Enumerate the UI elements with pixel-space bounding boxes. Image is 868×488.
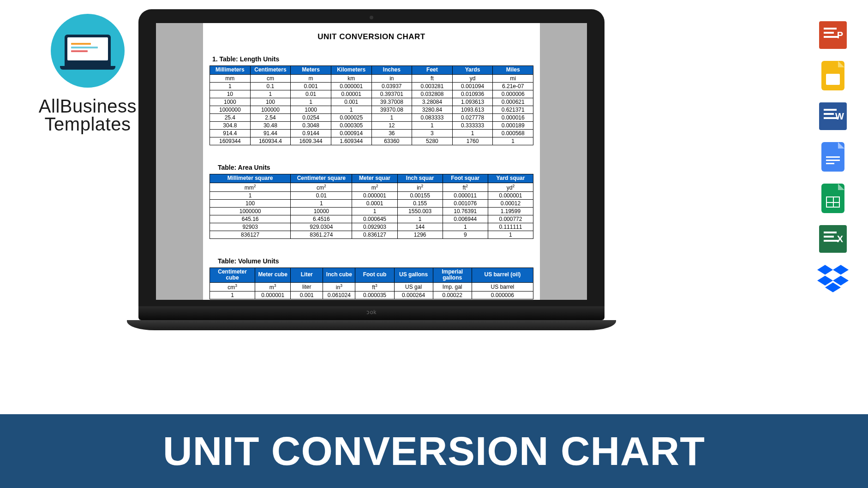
table-cell: 1.093613 [452,98,493,106]
table-row: 25.42.540.02540.00002510.0833330.0277780… [210,113,533,121]
table-unit-cell: yd [452,74,493,82]
table-cell: 0.000914 [331,129,371,137]
table-cell: 0.000011 [443,191,488,199]
table-cell: 10 [210,90,251,98]
table-cell: 0.3048 [291,121,331,129]
table-cell: 39370.08 [371,106,412,113]
table-cell: 1000000 [210,106,251,113]
table-cell: 0.000016 [493,113,533,121]
table-cell: 304.8 [210,121,251,129]
table-header: Meters [291,66,331,75]
table-unit-cell: ft3 [355,283,394,292]
table-cell: 160934.4 [250,137,291,145]
table-cell: 0.00022 [433,292,472,299]
table-cell: 100 [210,199,291,207]
table-cell: 0.061024 [323,292,355,299]
table-cell: 0.00001 [331,90,371,98]
table-cell: 1296 [397,231,443,238]
table-unit-cell: in2 [397,183,443,191]
powerpoint-icon[interactable]: P [819,21,847,49]
table-unit-cell: mm2 [210,183,291,191]
table-cell: 3.28084 [412,98,453,106]
table-unit-cell: US barrel [472,283,533,292]
table-row: 645.166.45160.00064510.0069440.000772 [210,215,533,223]
table-unit-cell: cm3 [210,283,255,292]
table-header: Yard squar [488,174,533,183]
table-header: Meter squar [352,174,397,183]
table-cell: 1000 [210,98,251,106]
table-cell: 92903 [210,223,291,231]
table-volume-units: Centimeter cubeMeter cubeLiterInch cubeF… [210,268,533,300]
table-cell: 1609.344 [291,137,331,145]
table-cell: 39.37008 [371,98,412,106]
table-header: Centimeters [250,66,291,75]
table-row: 304.830.480.30480.0003051210.3333330.000… [210,121,533,129]
table-row: 10.010.0000010.001550.0000110.000001 [210,191,533,199]
svg-marker-0 [817,265,833,274]
table-cell: 929.0304 [291,223,352,231]
table-unit-cell: yd2 [488,183,533,191]
table-cell: 0.001 [331,98,371,106]
table-cell: 0.000001 [488,191,533,199]
table-cell: 63360 [371,137,412,145]
table-cell: 36 [371,129,412,137]
google-docs-icon[interactable] [821,142,844,172]
table-cell: 0.000001 [255,292,291,299]
table-cell: 0.155 [397,199,443,207]
table-row: 10.0000010.0010.0610240.0000350.0002640.… [210,292,533,299]
table-unit-cell: mi [493,74,533,82]
table-header: Imperial gallons [433,268,472,283]
laptop-hinge: ɔok [138,306,605,320]
table-cell: 0.393701 [371,90,412,98]
table-cell: 1 [397,215,443,223]
excel-icon[interactable]: X [819,225,847,253]
table-cell: 1.19599 [488,207,533,215]
table-area-units: Millimeter squareCentimeter squareMeter … [210,174,533,239]
table-cell: 1093.613 [452,106,493,113]
table-cell: 3280.84 [412,106,453,113]
table-cell: 1.609344 [331,137,371,145]
table-unit-cell: km [331,74,371,82]
table-cell: 1000000 [210,207,291,215]
table-cell: 91.44 [250,129,291,137]
table-cell: 0.092903 [352,223,397,231]
table-cell: 1 [493,137,533,145]
table-header: Centimeter square [291,174,352,183]
table-header: Miles [493,66,533,75]
table-cell: 0.03937 [371,82,412,90]
table-cell: 1550.003 [397,207,443,215]
table-cell: 1760 [452,137,493,145]
google-sheets-icon[interactable] [821,184,844,213]
brand-block: AllBusiness Templates [23,14,152,135]
table-header: Foot cub [355,268,394,283]
table-cell: 2.54 [250,113,291,121]
table-row: 92903929.03040.09290314410.111111 [210,223,533,231]
table-header: Inches [371,66,412,75]
section-area-label: Table: Area Units [218,164,533,171]
table-cell: 0.000772 [488,215,533,223]
table-cell: 6.4516 [291,215,352,223]
dropbox-icon[interactable] [817,265,849,292]
table-cell: 9 [443,231,488,238]
google-slides-icon[interactable] [821,61,844,90]
table-cell: 0.000001 [331,82,371,90]
table-unit-cell: ft2 [443,183,488,191]
table-cell: 1 [443,223,488,231]
svg-marker-1 [833,265,849,274]
word-icon[interactable]: W [819,102,847,130]
table-cell: 0.000645 [352,215,397,223]
table-unit-cell: US gal [394,283,433,292]
table-cell: 0.000264 [394,292,433,299]
laptop-base [127,320,616,330]
table-cell: 0.836127 [352,231,397,238]
table-row: 100010010.00139.370083.280841.0936130.00… [210,98,533,106]
brand-logo-icon [51,14,125,88]
table-cell: 0.0001 [352,199,397,207]
table-header: Inch squar [397,174,443,183]
table-cell: 645.16 [210,215,291,223]
table-header: Liter [291,268,323,283]
table-cell: 836127 [210,231,291,238]
table-row: 1609344160934.41609.3441.609344633605280… [210,137,533,145]
table-cell: 10000 [291,207,352,215]
section-length-label: 1. Table: Length Units [212,55,533,63]
